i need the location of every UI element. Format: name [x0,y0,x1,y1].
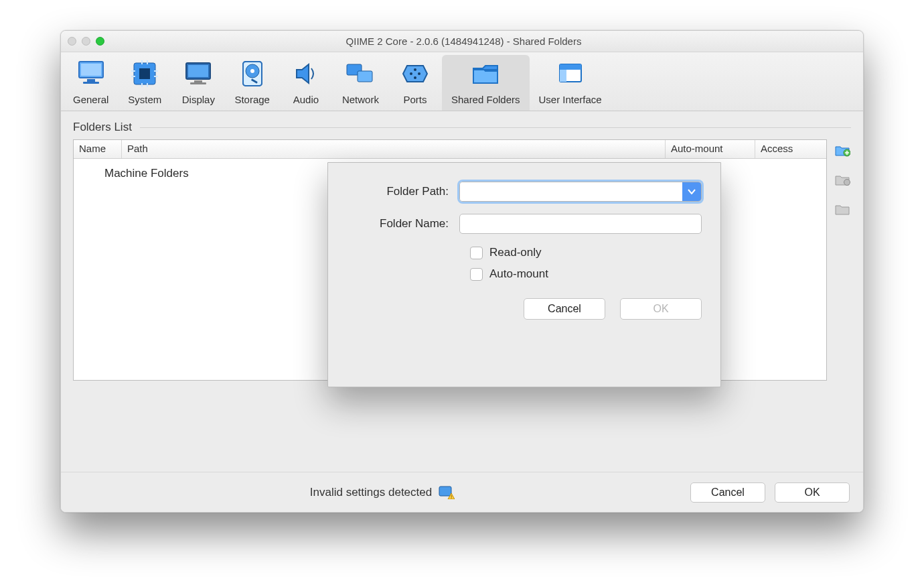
ports-icon [398,59,433,88]
svg-rect-16 [194,80,202,82]
tab-system[interactable]: System [118,55,171,111]
ui-icon [553,59,588,88]
footer-ok-button[interactable]: OK [775,482,850,503]
tab-audio[interactable]: Audio [279,55,333,111]
svg-rect-34 [439,487,451,496]
sheet-ok-button[interactable]: OK [620,298,702,320]
tab-general[interactable]: General [64,55,118,111]
tab-label: User Interface [539,94,602,105]
svg-point-25 [410,72,412,75]
folder-path-label: Folder Path: [347,185,459,198]
footer-cancel-button[interactable]: Cancel [690,482,765,503]
folders-list-heading: Folders List [73,121,140,134]
tab-storage[interactable]: Storage [225,55,279,111]
footer: Invalid settings detected ! Cancel OK [61,472,863,512]
chip-icon [127,59,162,88]
tab-label: Ports [403,94,427,105]
titlebar: QIIME 2 Core - 2.0.6 (1484941248) - Shar… [61,31,863,52]
folder-name-input[interactable] [459,214,702,234]
folder-path-input[interactable] [460,182,682,201]
svg-rect-30 [560,64,581,70]
sheet-cancel-button[interactable]: Cancel [524,298,605,320]
tab-label: Network [342,94,379,105]
col-name[interactable]: Name [74,140,122,158]
add-folder-button[interactable] [834,142,851,157]
network-icon [343,59,378,88]
folder-path-dropdown-button[interactable] [682,182,701,201]
tab-label: Shared Folders [451,94,520,105]
automount-checkbox[interactable] [470,268,483,281]
svg-rect-17 [190,82,206,84]
speaker-icon [289,59,323,88]
invalid-settings-text: Invalid settings detected [310,486,432,499]
remove-folder-button[interactable] [834,201,851,216]
tab-ports[interactable]: Ports [388,55,442,111]
col-path[interactable]: Path [122,140,666,158]
svg-rect-2 [87,79,95,82]
tab-display[interactable]: Display [171,55,225,111]
settings-window: QIIME 2 Core - 2.0.6 (1484941248) - Shar… [60,30,864,513]
svg-text:!: ! [451,494,452,499]
svg-point-27 [414,68,416,71]
tab-label: Storage [234,94,270,105]
folder-path-combo[interactable] [459,182,702,202]
automount-label: Auto-mount [489,267,548,281]
svg-rect-15 [188,65,208,77]
svg-rect-1 [81,64,101,76]
warning-icon[interactable]: ! [439,486,455,499]
col-access[interactable]: Access [755,140,826,158]
svg-rect-3 [83,82,99,84]
folder-name-label: Folder Name: [347,217,459,231]
display-icon [181,59,216,88]
tab-label: Audio [293,94,319,105]
folder-icon [468,59,503,88]
tab-user-interface[interactable]: User Interface [530,55,611,111]
svg-rect-5 [139,68,150,79]
svg-point-21 [250,69,254,73]
folder-side-buttons [834,139,851,381]
tab-label: General [73,94,108,105]
svg-point-33 [844,180,850,186]
add-share-sheet: Folder Path: Folder Name: Read-only Auto… [327,162,721,387]
disk-icon [235,59,270,88]
separator [140,127,851,128]
svg-rect-31 [560,70,566,82]
col-automount[interactable]: Auto-mount [666,140,755,158]
svg-point-28 [414,76,416,79]
svg-point-26 [418,72,420,75]
tab-network[interactable]: Network [333,55,388,111]
monitor-icon [74,59,108,88]
svg-rect-24 [358,71,372,82]
tab-label: Display [182,94,215,105]
edit-folder-button[interactable] [834,172,851,186]
tab-label: System [128,94,161,105]
table-header: Name Path Auto-mount Access [74,140,826,159]
readonly-label: Read-only [489,246,542,259]
window-title: QIIME 2 Core - 2.0.6 (1484941248) - Shar… [71,36,856,47]
tab-shared-folders[interactable]: Shared Folders [442,55,530,111]
readonly-checkbox[interactable] [470,247,483,259]
settings-toolbar: General System Display Sto [61,52,863,111]
